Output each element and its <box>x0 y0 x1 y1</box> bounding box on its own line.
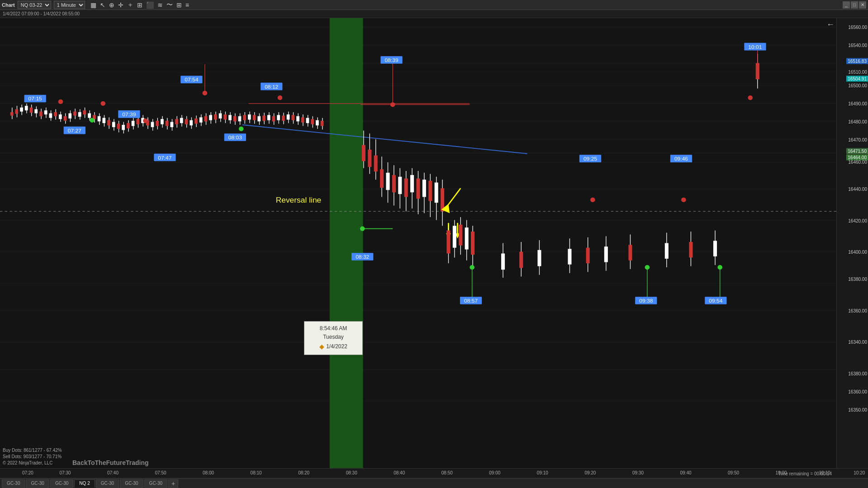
svg-rect-67 <box>112 122 115 127</box>
symbol-select[interactable]: NQ 03-22 <box>18 1 51 9</box>
svg-point-227 <box>681 198 686 202</box>
tab-add-button[interactable]: + <box>168 479 178 488</box>
time-label-0950: 09:50 <box>728 470 739 475</box>
close-button[interactable]: ✕ <box>859 1 866 9</box>
wave-icon[interactable]: 〜 <box>166 1 174 9</box>
svg-rect-165 <box>392 175 396 192</box>
grid-icon[interactable]: ⊞ <box>175 1 183 9</box>
svg-rect-83 <box>151 122 154 127</box>
svg-rect-87 <box>161 119 164 124</box>
price-label-16360b: 16360.00 <box>848 389 867 394</box>
crosshair-icon[interactable]: ✛ <box>117 1 124 9</box>
plus-icon[interactable]: ＋ <box>126 1 134 9</box>
svg-rect-159 <box>374 156 378 172</box>
price-label-16471: 16471.50 <box>846 148 868 154</box>
chart-svg: 07:15 07:27 07:39 07:47 07:54 08:03 08:1… <box>0 18 836 468</box>
time-remaining: Time remaining = 00:00:14 <box>778 471 832 476</box>
time-label-0830: 08:30 <box>346 470 357 475</box>
svg-rect-109 <box>214 114 217 119</box>
svg-rect-175 <box>422 180 426 197</box>
tab-nq2[interactable]: NQ 2 <box>74 479 95 488</box>
svg-rect-95 <box>180 118 183 123</box>
svg-rect-167 <box>398 177 402 194</box>
svg-rect-43 <box>54 112 57 116</box>
tab-gc30-5[interactable]: GC-30 <box>120 479 143 488</box>
back-arrow-button[interactable]: ← <box>826 20 835 29</box>
price-label-16400: 16400.00 <box>848 250 867 255</box>
date-range: 1/4/2022 07:09:00 - 1/4/2022 08:55:00 <box>0 10 868 18</box>
svg-rect-129 <box>262 116 266 121</box>
svg-point-221 <box>100 101 105 106</box>
price-label-16540: 16540.00 <box>848 43 867 47</box>
svg-rect-151 <box>316 120 319 125</box>
svg-rect-177 <box>428 181 432 201</box>
svg-rect-147 <box>306 118 309 123</box>
svg-text:08:12: 08:12 <box>265 84 278 90</box>
svg-rect-121 <box>243 115 246 120</box>
time-axis: 07:20 07:30 07:40 07:50 08:00 08:10 08:2… <box>0 468 868 478</box>
tab-gc30-4[interactable]: GC-30 <box>96 479 119 488</box>
svg-rect-201 <box>519 252 523 268</box>
svg-rect-189 <box>446 230 450 253</box>
svg-point-230 <box>239 127 244 131</box>
svg-rect-89 <box>166 121 169 126</box>
svg-text:08:03: 08:03 <box>228 134 242 140</box>
svg-rect-103 <box>199 117 203 122</box>
maximize-button[interactable]: □ <box>851 1 858 9</box>
price-axis: 16560.00 16540.00 16516.83 16510.00 1650… <box>836 18 868 468</box>
svg-text:09:54: 09:54 <box>709 298 723 303</box>
svg-text:Reversal line: Reversal line <box>276 196 322 205</box>
svg-rect-113 <box>223 114 227 119</box>
cursor-icon[interactable]: ↖ <box>99 1 106 9</box>
tab-gc30-2[interactable]: GC-30 <box>26 479 49 488</box>
price-label-16360: 16360.00 <box>848 308 867 313</box>
svg-text:10:01: 10:01 <box>748 44 762 50</box>
top-bar: Chart NQ 03-22 1 Minute ▦ ↖ ⊕ ✛ ＋ ⊞ ⬛ ≋ … <box>0 0 868 10</box>
time-label-0750: 07:50 <box>155 470 166 475</box>
time-label-0740: 07:40 <box>107 470 119 475</box>
svg-rect-101 <box>194 118 198 123</box>
svg-rect-85 <box>156 121 159 126</box>
svg-rect-195 <box>465 227 469 249</box>
minimize-button[interactable]: _ <box>843 1 850 9</box>
svg-rect-161 <box>380 169 384 188</box>
chart-area[interactable]: 07:15 07:27 07:39 07:47 07:54 08:03 08:1… <box>0 18 836 468</box>
price-label-16490: 16490.00 <box>848 101 867 106</box>
svg-rect-25 <box>10 112 14 116</box>
svg-rect-203 <box>537 250 541 266</box>
timeframe-select[interactable]: 1 Minute <box>54 1 85 9</box>
svg-rect-197 <box>471 232 474 255</box>
svg-rect-141 <box>291 115 294 120</box>
chart-container: 07:15 07:27 07:39 07:47 07:54 08:03 08:1… <box>0 18 868 468</box>
tab-gc30-6[interactable]: GC-30 <box>144 479 167 488</box>
price-label-16480: 16480.00 <box>848 119 867 124</box>
svg-rect-215 <box>689 242 693 257</box>
price-label-16504: 16504.91 <box>846 76 868 82</box>
tab-gc30-1[interactable]: GC-30 <box>2 479 25 488</box>
time-label-0900: 09:00 <box>489 470 500 475</box>
svg-rect-179 <box>435 183 438 203</box>
template-icon[interactable]: ⊞ <box>136 1 143 9</box>
tab-bar: GC-30 GC-30 GC-30 NQ 2 GC-30 GC-30 GC-30… <box>0 478 868 488</box>
price-label-16516: 16516.83 <box>846 58 868 64</box>
svg-rect-49 <box>68 113 71 118</box>
price-label-16470: 16470.00 <box>848 137 867 142</box>
bar-chart-icon[interactable]: ▦ <box>90 1 97 9</box>
svg-rect-99 <box>190 120 193 125</box>
svg-rect-155 <box>362 145 365 161</box>
price-label-16420: 16420.00 <box>848 218 867 223</box>
tab-gc30-3[interactable]: GC-30 <box>50 479 73 488</box>
svg-rect-171 <box>410 175 414 192</box>
svg-rect-35 <box>34 109 38 114</box>
toolbar-icons: ▦ ↖ ⊕ ✛ ＋ ⊞ ⬛ ≋ 〜 ⊞ ≡ <box>90 1 190 9</box>
time-label-0940: 09:40 <box>680 470 691 475</box>
svg-rect-207 <box>586 248 590 263</box>
time-label-0810: 08:10 <box>251 470 262 475</box>
draw-icon[interactable]: ⬛ <box>145 1 155 9</box>
svg-rect-73 <box>127 123 130 128</box>
price-label-16380b: 16380.00 <box>848 371 867 376</box>
svg-rect-127 <box>257 116 261 121</box>
magnify-icon[interactable]: ⊕ <box>108 1 115 9</box>
fib-icon[interactable]: ≋ <box>157 1 164 9</box>
menu-icon[interactable]: ≡ <box>185 1 190 9</box>
